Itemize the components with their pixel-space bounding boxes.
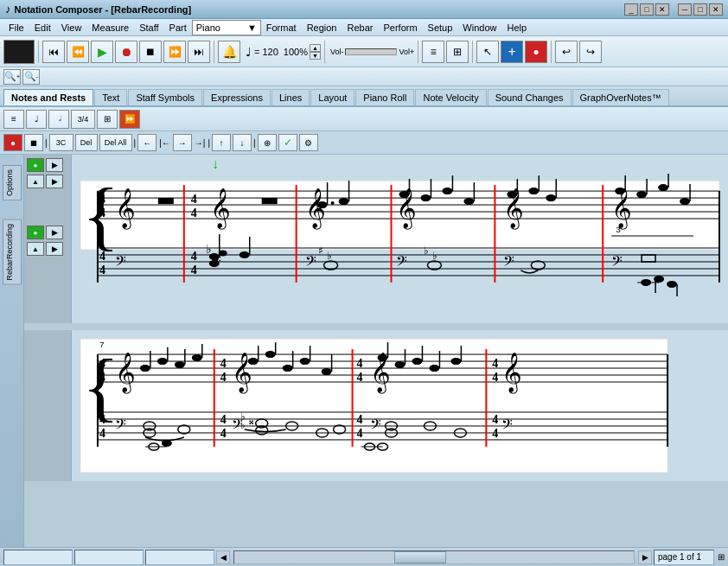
svg-text:𝄞: 𝄞 (501, 353, 522, 394)
tab-layout[interactable]: Layout (310, 89, 354, 105)
rec-gear-btn[interactable]: ⚙ (299, 134, 318, 151)
upper-up-btn-2[interactable]: ▲ (27, 242, 44, 256)
menu-region[interactable]: Region (302, 21, 342, 35)
menu-view[interactable]: View (56, 21, 87, 35)
tab-sound-changes[interactable]: Sound Changes (488, 89, 572, 105)
close-btn[interactable]: ✕ (709, 3, 723, 16)
rec-down-btn[interactable]: ↓ (233, 134, 252, 151)
tab-expressions[interactable]: Expressions (203, 89, 271, 105)
rec-target-btn[interactable]: ⊕ (258, 134, 277, 151)
upper-solo-btn-2[interactable]: ▶ (46, 226, 63, 239)
maximize-btn[interactable]: □ (693, 3, 707, 16)
recording-tab[interactable]: RebarRecording (3, 219, 22, 285)
menu-measure[interactable]: Measure (86, 21, 134, 35)
minus-btn[interactable]: ● (525, 41, 547, 63)
menu-format[interactable]: Format (261, 21, 302, 35)
inner-maximize-btn[interactable]: □ (640, 3, 654, 16)
upper-right-btn-2[interactable]: ▶ (46, 242, 63, 256)
rec-del-all-btn[interactable]: Del All (99, 134, 132, 151)
cursor-btn[interactable]: ↖ (476, 41, 499, 63)
rec-dot-btn[interactable]: ● (3, 134, 22, 151)
note-toolbar: ≡ ♩ 𝅗𝅥 3/4 ⊞ ⏩ (0, 107, 728, 131)
svg-text:𝄞: 𝄞 (305, 188, 326, 230)
center-panel: ● ▶ ▲ ▶ ● ▶ ▲ ▶ (24, 155, 728, 547)
app-icon: ♪ (5, 3, 11, 16)
note-lines-btn[interactable]: ≡ (3, 110, 24, 129)
menu-file[interactable]: File (3, 21, 29, 35)
note-grid-btn[interactable]: ⊞ (97, 110, 118, 129)
scroll-right-btn[interactable]: ▶ (638, 550, 652, 564)
svg-point-77 (239, 251, 250, 258)
tab-lines[interactable]: Lines (271, 89, 310, 105)
search-zoom-in-btn[interactable]: 🔍+ (3, 69, 21, 85)
play-btn[interactable]: ▶ (91, 41, 113, 63)
note-half-btn[interactable]: 𝅗𝅥 (48, 110, 69, 129)
menu-window[interactable]: Window (457, 21, 501, 35)
score-lower: { 4 4 4 4 4 4 (24, 330, 728, 481)
view-btn-1[interactable]: ≡ (422, 41, 444, 63)
status-segment-1 (3, 550, 73, 565)
stop-btn[interactable]: ⏹ (139, 41, 162, 63)
note-quarter-btn[interactable]: ♩ (26, 110, 47, 129)
scrollbar-thumb[interactable] (394, 551, 446, 563)
rec-pipe1: | (45, 138, 48, 148)
skip-to-end-btn[interactable]: ⏭ (188, 41, 210, 63)
upper-mute-btn-2[interactable]: ● (27, 226, 44, 239)
menu-edit[interactable]: Edit (29, 21, 56, 35)
menu-instrument-dropdown[interactable]: Piano ▼ (192, 20, 261, 35)
search-zoom-out-btn[interactable]: 🔍- (22, 69, 40, 85)
tab-note-velocity[interactable]: Note Velocity (415, 89, 486, 105)
menu-setup[interactable]: Setup (423, 21, 458, 35)
window-controls: _ □ ✕ ─ □ ✕ (624, 3, 723, 16)
inner-close-btn[interactable]: ✕ (655, 3, 669, 16)
tab-staff-symbols[interactable]: Staff Symbols (128, 89, 202, 105)
svg-text:𝄢: 𝄢 (501, 417, 513, 436)
svg-point-157 (412, 358, 422, 365)
record-btn[interactable]: ⏺ (115, 41, 137, 63)
rec-arrow-right-btn[interactable]: → (173, 134, 192, 151)
bell-icon-btn[interactable]: 🔔 (218, 41, 240, 63)
color-swatch[interactable] (3, 40, 35, 64)
horizontal-scrollbar[interactable] (233, 550, 635, 564)
redo-btn[interactable]: ↪ (579, 41, 602, 63)
menu-help[interactable]: Help (501, 21, 532, 35)
rec-checkmark-btn[interactable]: ✓ (278, 134, 297, 151)
tab-graphovernotes[interactable]: GraphOverNotes™ (572, 89, 669, 105)
zoom-up-btn[interactable]: ▲ ▼ (310, 44, 321, 60)
rec-up-btn[interactable]: ↑ (212, 134, 231, 151)
rec-pipe4: →| (194, 138, 207, 148)
upper-up-btn[interactable]: ▲ (27, 175, 44, 188)
menu-staff[interactable]: Staff (134, 21, 163, 35)
volume-slider[interactable] (345, 48, 397, 55)
tab-text[interactable]: Text (94, 89, 127, 105)
options-tab[interactable]: Options (3, 165, 22, 200)
inner-minimize-btn[interactable]: _ (624, 3, 638, 16)
note-fast-fwd-btn[interactable]: ⏩ (119, 110, 140, 129)
rec-del-btn[interactable]: Del (75, 134, 98, 151)
svg-text:𝄢: 𝄢 (396, 253, 407, 272)
rewind-btn[interactable]: ⏪ (67, 41, 89, 63)
upper-solo-btn[interactable]: ▶ (46, 158, 63, 172)
view-btn-2[interactable]: ⊞ (446, 41, 469, 63)
menu-rebar[interactable]: Rebar (342, 21, 378, 35)
upper-right-btn[interactable]: ▶ (46, 175, 63, 188)
rec-stop-btn[interactable]: ⏹ (24, 134, 43, 151)
tab-piano-roll[interactable]: Piano Roll (355, 89, 414, 105)
svg-text:4: 4 (99, 413, 105, 426)
upper-mute-btn[interactable]: ● (27, 158, 44, 172)
menu-part[interactable]: Part (164, 21, 192, 35)
rec-3c-btn[interactable]: 3C (49, 134, 73, 151)
rewind-to-start-btn[interactable]: ⏮ (42, 41, 65, 63)
svg-text:𝄪: 𝄪 (249, 415, 253, 427)
menu-perform[interactable]: Perform (378, 21, 422, 35)
tempo-area: ♩ = 120 (246, 45, 278, 59)
tab-notes-and-rests[interactable]: Notes and Rests (3, 89, 93, 105)
note-34-btn[interactable]: 3/4 (71, 110, 95, 129)
rec-arrow-left-btn[interactable]: ← (137, 134, 156, 151)
scroll-left-btn[interactable]: ◀ (216, 550, 230, 564)
minimize-btn[interactable]: ─ (678, 3, 692, 16)
add-btn[interactable]: + (501, 41, 523, 63)
fast-forward-btn[interactable]: ⏩ (163, 41, 186, 63)
undo-btn[interactable]: ↩ (555, 41, 578, 63)
svg-point-53 (463, 198, 474, 205)
